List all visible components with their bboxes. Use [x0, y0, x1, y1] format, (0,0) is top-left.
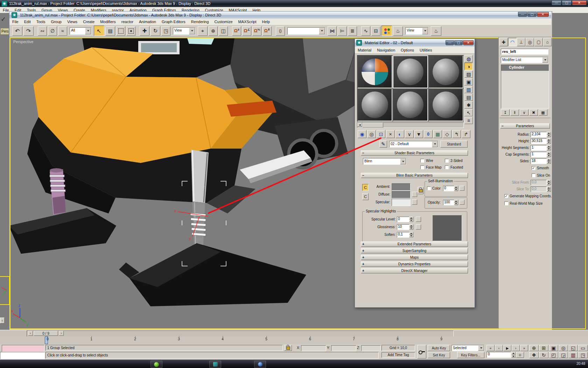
set-keys-button[interactable]: [417, 345, 426, 359]
z-coord-field[interactable]: [361, 345, 381, 351]
object-name-field[interactable]: res_left: [501, 49, 548, 55]
zoom-all-button[interactable]: ⊞: [539, 345, 548, 351]
zoom-region-button[interactable]: ▭: [578, 345, 588, 351]
parameters-rollout-header[interactable]: −Parameters: [500, 123, 550, 129]
material-slot-1[interactable]: [357, 55, 392, 88]
sides-field[interactable]: 18: [531, 158, 547, 164]
nav-extra-1-button[interactable]: ◲: [559, 352, 568, 358]
window-crossing-button[interactable]: [126, 26, 135, 36]
make-material-copy-button[interactable]: ◐: [396, 130, 404, 138]
material-slot-4[interactable]: [357, 89, 392, 122]
extended-parameters-rollout[interactable]: +Extended Parameters: [361, 241, 468, 247]
x-coord-field[interactable]: [301, 345, 326, 351]
soften-spinner[interactable]: [409, 232, 413, 237]
material-editor-close-button[interactable]: ✕: [463, 40, 474, 45]
height-segments-spinner[interactable]: [547, 145, 551, 150]
render-preset-dropdown[interactable]: View: [405, 27, 428, 35]
self-illum-spinner[interactable]: [454, 186, 458, 191]
sample-type-button[interactable]: ◍: [464, 55, 473, 62]
scroll-left-icon[interactable]: ◄: [357, 123, 362, 127]
nav-extra-3-button[interactable]: ◳: [578, 352, 588, 358]
pick-material-eyedropper[interactable]: ✎: [379, 141, 387, 148]
selection-lock-toggle[interactable]: [284, 345, 292, 351]
menu-customize[interactable]: Customize: [212, 19, 236, 25]
tab-modify[interactable]: ◠: [508, 38, 517, 46]
opacity-spinner[interactable]: [454, 200, 458, 205]
taskbar-app-3-icon[interactable]: [254, 361, 266, 368]
add-time-tag-field[interactable]: Add Time Tag: [382, 352, 415, 358]
go-to-start-button[interactable]: «: [486, 345, 495, 351]
inner-maximize-button[interactable]: ▢: [527, 12, 537, 17]
menu-modifiers[interactable]: Modifiers: [97, 19, 119, 25]
material-slot-2-active[interactable]: [393, 55, 428, 88]
backlight-button[interactable]: ◑: [464, 63, 473, 70]
radius-field[interactable]: 2,104: [531, 132, 547, 137]
specular-level-map-button[interactable]: [416, 217, 421, 222]
menu-edit[interactable]: Edit: [21, 19, 34, 25]
specular-map-button[interactable]: [412, 199, 417, 205]
selected-key-dropdown[interactable]: Selected: [451, 345, 484, 351]
render-setup-button[interactable]: ♨: [393, 26, 403, 36]
opacity-value-field[interactable]: 100: [443, 200, 455, 205]
material-menu[interactable]: Material: [355, 47, 374, 53]
glossiness-map-button[interactable]: [416, 224, 421, 230]
time-slider-next-frame[interactable]: ›: [59, 331, 64, 336]
ambient-diffuse-lock-button[interactable]: C: [362, 184, 369, 191]
set-key-button[interactable]: Set Key: [428, 352, 450, 358]
go-forward-sibling-button[interactable]: ↱: [462, 130, 470, 138]
background-button[interactable]: ▨: [464, 70, 473, 78]
faceted-checkbox[interactable]: [445, 165, 449, 169]
material-options-button[interactable]: ✱: [464, 101, 473, 109]
time-slider-handle[interactable]: 0 / 9: [34, 331, 58, 336]
show-end-result-toggle[interactable]: ◇: [443, 130, 451, 138]
track-bar[interactable]: 0 1 2 3 4 5 6 7 8 9: [0, 336, 588, 345]
next-frame-button[interactable]: ›: [512, 345, 520, 351]
sample-scrollbar[interactable]: ◄: [357, 122, 464, 128]
put-to-library-button[interactable]: ▼: [414, 130, 423, 138]
show-end-result-button[interactable]: ‖: [510, 109, 519, 116]
select-by-name-button[interactable]: ▤: [105, 26, 115, 36]
cap-segments-spinner[interactable]: [547, 152, 551, 157]
wire-checkbox[interactable]: [420, 159, 424, 163]
mirror-button[interactable]: ⋈: [328, 26, 337, 36]
select-by-material-button[interactable]: ↖: [464, 109, 473, 116]
outer-timeline-prev-button[interactable]: ‹: [0, 318, 5, 323]
configure-modifier-sets-button[interactable]: ▦: [539, 109, 547, 116]
make-unique-material-button[interactable]: ∨: [405, 130, 414, 138]
generate-mapping-checkbox[interactable]: ✓: [504, 194, 508, 198]
reset-map-button[interactable]: ×: [386, 130, 395, 138]
angle-snap-button[interactable]: Ω∠: [242, 26, 251, 36]
show-map-in-viewport-button[interactable]: ▦: [433, 130, 442, 138]
nav-extra-2-button[interactable]: ▥: [568, 352, 578, 358]
scale-button[interactable]: ◳: [161, 26, 170, 36]
go-to-end-button[interactable]: »: [520, 345, 528, 351]
edit-named-selections-button[interactable]: {}: [276, 26, 285, 36]
stack-item-cylinder[interactable]: Cylinder: [501, 65, 549, 71]
ambient-color-swatch[interactable]: [392, 183, 411, 191]
material-slot-5[interactable]: [393, 89, 428, 122]
current-frame-field[interactable]: 0: [486, 352, 511, 358]
taskbar-clock[interactable]: 20:48: [576, 362, 585, 366]
tab-utilities[interactable]: ⌂: [543, 38, 552, 46]
quick-render-button[interactable]: ♨: [431, 26, 441, 36]
key-mode-toggle[interactable]: ⊙: [516, 352, 524, 358]
self-illum-color-checkbox[interactable]: [427, 186, 431, 190]
sides-spinner[interactable]: [547, 158, 551, 164]
time-slider-track[interactable]: [27, 330, 454, 337]
bind-spacewarp-icon[interactable]: ≈: [58, 26, 67, 36]
shader-type-dropdown[interactable]: Blinn: [363, 158, 406, 165]
smooth-checkbox[interactable]: ✓: [532, 166, 536, 170]
material-id-channel-button[interactable]: 0: [424, 130, 433, 138]
specular-level-spinner[interactable]: [409, 217, 413, 222]
zoom-extents-all-button[interactable]: ◎: [559, 345, 568, 351]
named-selection-dropdown[interactable]: [287, 27, 325, 35]
undo-button[interactable]: ↶: [12, 26, 22, 36]
glossiness-spinner[interactable]: [409, 224, 413, 230]
time-slider-prev-frame[interactable]: ‹: [28, 331, 33, 336]
put-material-to-scene-button[interactable]: ◎: [367, 130, 376, 138]
menu-rendering[interactable]: Rendering: [188, 19, 212, 25]
inner-minimize-button[interactable]: —: [518, 12, 527, 17]
field-of-view-button[interactable]: ◱: [568, 345, 578, 351]
redo-button[interactable]: ↷: [23, 26, 34, 36]
auto-key-button[interactable]: Auto Key: [428, 345, 450, 351]
